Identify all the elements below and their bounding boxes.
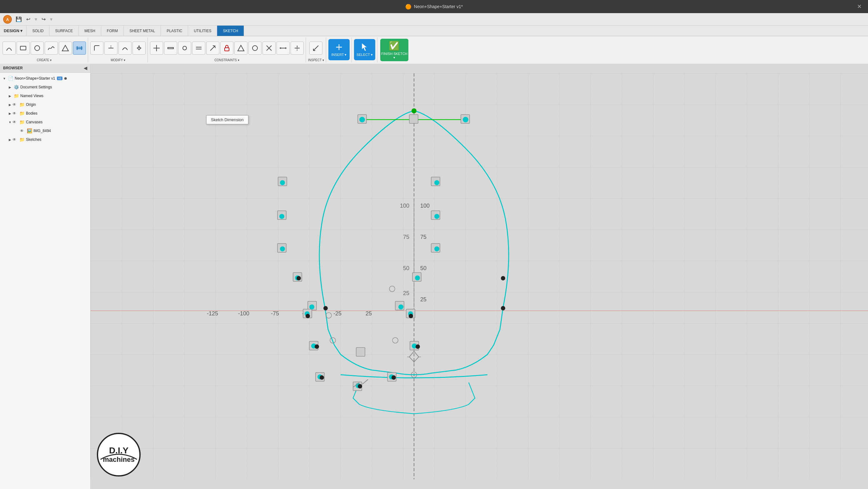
tree-item-canvases[interactable]: ▼ 👁 📁 Canvases [0,118,90,127]
inspect-group: INSPECT ▾ [306,37,326,62]
svg-marker-4 [62,45,68,51]
undo-button[interactable]: ↩ [24,15,32,23]
redo-button[interactable]: ↪ [40,15,48,23]
record-icon: ⏺ [64,76,67,80]
tree-item-bodies[interactable]: ▶ 👁 📁 Bodies [0,109,90,118]
measure-tool[interactable] [309,41,322,55]
svg-rect-14 [168,47,174,49]
tab-form[interactable]: FORM [101,26,124,36]
svg-rect-69 [356,348,365,356]
polygon-tool[interactable] [59,41,72,55]
root-expand-icon[interactable]: ▼ [2,76,7,81]
offset-tool[interactable] [118,41,131,55]
doc-label: Document Settings [20,85,52,89]
canvases-visibility[interactable]: 👁 [12,120,18,124]
svg-text:50: 50 [420,265,427,271]
trim-tool[interactable] [104,41,118,55]
select-main-button[interactable]: SELECT ▾ [354,39,375,60]
bodies-expand[interactable]: ▶ [7,111,12,116]
svg-point-100 [358,384,362,388]
svg-point-78 [434,247,439,251]
tree-item-img8494[interactable]: ▶ 👁 🖼️ IMG_8494 [0,127,90,135]
img-visibility[interactable]: 👁 [20,129,26,133]
line-constraint[interactable] [164,41,177,55]
sketches-expand[interactable]: ▶ [7,137,12,142]
design-dropdown[interactable]: DESIGN ▾ [0,26,27,36]
coincident-constraint[interactable] [178,41,191,55]
select-buttons: SELECT ▾ [354,38,375,61]
browser-header: BROWSER ◀ [0,64,90,73]
tree-item-origin[interactable]: ▶ 👁 📁 Origin [0,100,90,109]
symmetric-constraint[interactable] [277,41,290,55]
canvas[interactable]: -125 -100 -75 -50 -25 25 25 50 75 100 10… [91,64,868,489]
svg-text:25: 25 [420,296,427,302]
finish-sketch-button[interactable]: ✅ FINISH SKETCH ▾ [380,39,408,61]
origin-expand[interactable]: ▶ [7,102,12,107]
svg-line-27 [313,45,318,51]
fix-constraint[interactable] [290,41,304,55]
close-button[interactable]: ✕ [856,3,863,10]
doc-icon: ⚙️ [14,85,19,90]
undo-dropdown[interactable]: ▾ [33,15,39,23]
circle-tool[interactable] [31,41,44,55]
inspect-label[interactable]: INSPECT ▾ [308,58,324,62]
fillet-tool[interactable] [90,41,103,55]
named-views-expand[interactable]: ▶ [7,93,12,98]
sketch-toolbar: CREATE ▾ MOD [0,36,868,64]
browser-collapse[interactable]: ◀ [84,66,87,71]
origin-visibility[interactable]: 👁 [12,102,18,107]
svg-text:75: 75 [420,234,427,240]
svg-text:-125: -125 [207,311,218,317]
arc-tool[interactable] [2,41,16,55]
svg-point-103 [411,108,416,113]
app-logo[interactable]: A [2,14,12,24]
pattern-tool[interactable] [150,41,163,55]
svg-point-102 [501,276,505,281]
spline-tool[interactable] [45,41,58,55]
svg-point-76 [434,214,439,219]
undo-redo-group: 💾 ↩ ▾ ↪ ▾ [14,15,54,23]
named-views-label: Named Views [20,94,43,98]
constraints-label[interactable]: CONSTRAINTS ▾ [214,58,239,62]
lock-constraint[interactable] [220,41,234,55]
create-label[interactable]: CREATE ▾ [37,58,52,62]
diy-logo: D.I.Y machines [97,433,141,477]
tab-solid[interactable]: SOLID [27,26,50,36]
tree-root[interactable]: ▼ 📄 Neon+Shape+Starter v1 v1 ⏺ [0,74,90,83]
sketches-visibility[interactable]: 👁 [12,137,18,142]
tree-item-sketches[interactable]: ▶ 👁 📁 Sketches [0,135,90,144]
equal-constraint[interactable] [192,41,205,55]
tab-sketch[interactable]: SKETCH [217,26,244,36]
titlebar: 🟠 Neon+Shape+Starter v1* ✕ [0,0,868,13]
cross-constraint[interactable] [262,41,276,55]
finish-label: FINISH SKETCH ▾ [380,52,408,60]
rectangle-tool[interactable] [17,41,30,55]
svg-text:75: 75 [403,234,409,240]
origin-icon: 📁 [19,102,25,107]
svg-text:100: 100 [420,203,430,209]
tree-item-named-views[interactable]: ▶ 📁 Named Views [0,92,90,100]
angle-constraint[interactable] [234,41,247,55]
svg-point-96 [315,345,319,349]
tab-plastic[interactable]: PLASTIC [161,26,188,36]
mirror-tool[interactable] [132,41,146,55]
circle-constraint[interactable] [248,41,261,55]
root-icon: 📄 [8,76,13,81]
bodies-visibility[interactable]: 👁 [12,111,18,116]
tab-surface[interactable]: SURFACE [50,26,79,36]
doc-expand[interactable]: ▶ [7,85,12,90]
tooltip: Sketch Dimension [206,115,248,124]
save-button[interactable]: 💾 [14,15,24,23]
tree-item-doc-settings[interactable]: ▶ ⚙️ Document Settings [0,83,90,92]
modify-buttons [90,38,146,58]
redo-dropdown[interactable]: ▾ [48,15,54,23]
tab-mesh[interactable]: MESH [79,26,101,36]
tab-utilities[interactable]: UTILITIES [188,26,217,36]
tab-sheet-metal[interactable]: SHEET METAL [124,26,161,36]
svg-point-73 [280,180,285,185]
modify-label[interactable]: MODIFY ▾ [111,58,125,62]
dimension-tool[interactable] [73,41,86,55]
tangent-constraint[interactable] [206,41,219,55]
insert-main-button[interactable]: INSERT ▾ [329,39,350,60]
canvases-expand[interactable]: ▼ [7,120,12,125]
